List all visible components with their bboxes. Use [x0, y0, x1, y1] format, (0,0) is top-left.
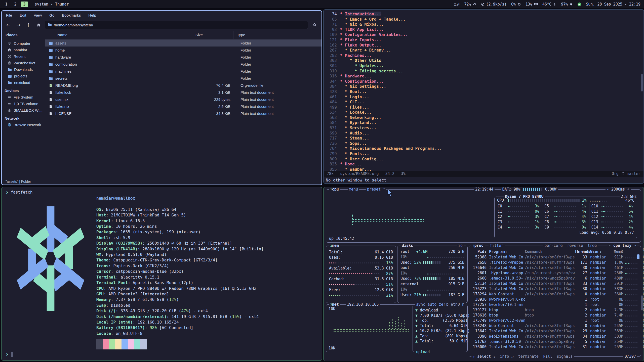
- file-row-flake-lock[interactable]: flake.lock3,1 KiBPlain text document: [45, 89, 321, 96]
- cpu-box-title[interactable]: 1cpu: [329, 187, 340, 192]
- file-row-machines[interactable]: machinesFolder: [45, 68, 321, 75]
- proc-row-2658[interactable]: 2658.firefox-wrappe/nix/store/sm8fmrf3wp…: [472, 260, 638, 265]
- sidebar-item-file-system[interactable]: File System: [2, 94, 45, 100]
- proc-row-176646[interactable]: 176646Isolated Web Co/nix/store/sm8fmrf3…: [472, 265, 638, 270]
- org-heading-line[interactable]: 698 * Audio...: [324, 131, 643, 136]
- menu-go[interactable]: Go: [49, 13, 54, 17]
- sidebar-item-smallbox-wi-[interactable]: SMALLBOX Wi...: [2, 107, 45, 113]
- proc-row-2601[interactable]: 2601.Hyprland-wrapp/run/current-system/s…: [472, 270, 638, 276]
- proc-row-52134[interactable]: 52134Isolated Web Co/nix/store/sm8fmrf3w…: [472, 281, 638, 286]
- org-heading-line[interactable]: 303 * Other Utils: [324, 58, 643, 63]
- proc-sort-mode[interactable]: ← cpu lazy →: [608, 243, 637, 248]
- org-heading-line[interactable]: 563 * Networking...: [324, 115, 643, 120]
- net-box-title[interactable]: 3net: [329, 302, 340, 307]
- menu-view[interactable]: View: [34, 13, 42, 17]
- sidebar-item-browse-network[interactable]: Browse Network: [2, 121, 45, 128]
- org-heading-line[interactable]: 671 * Services...: [324, 125, 643, 131]
- workspace-button-2[interactable]: 2: [12, 2, 19, 7]
- org-heading-line[interactable]: 825* Home...: [324, 162, 643, 167]
- menu-file[interactable]: File: [6, 13, 12, 17]
- org-heading-line[interactable]: 384 * Nix Settings...: [324, 84, 643, 89]
- sidebar-item-projects[interactable]: projects: [2, 73, 45, 79]
- column-name[interactable]: Name: [49, 31, 192, 39]
- preset-button[interactable]: preset *: [366, 187, 386, 192]
- io-mode-button[interactable]: io: [457, 243, 464, 248]
- sidebar-item-wastebasket[interactable]: Wastebasket: [2, 60, 45, 66]
- proc-row-2660[interactable]: 2660.emacs-31.0.50-/nix/store/wnqz5pa8ra…: [472, 276, 638, 281]
- forward-button[interactable]: →: [15, 21, 22, 29]
- file-row-readme-org[interactable]: README.org76,4 KiBOrg-mode file: [45, 82, 321, 89]
- file-row-assets[interactable]: assetsFolder: [45, 39, 321, 47]
- org-heading-line[interactable]: 34* Introduction...: [324, 12, 643, 17]
- column-size[interactable]: Size: [192, 31, 233, 39]
- sidebar-item-recent[interactable]: Recent: [2, 53, 45, 60]
- org-heading-line[interactable]: 162* Flake Output...: [324, 43, 643, 48]
- net-sync-button[interactable]: sync: [416, 302, 425, 307]
- org-heading-line[interactable]: 65 * Emacs + Org + Tangle...: [324, 17, 643, 22]
- search-button[interactable]: [310, 21, 319, 29]
- home-button[interactable]: [35, 21, 42, 29]
- org-heading-line[interactable]: 717 * Steam...: [324, 136, 643, 141]
- org-heading-line[interactable]: 499 * Files...: [324, 105, 643, 110]
- proc-box-title[interactable]: 4proc: [471, 243, 485, 248]
- proc-options[interactable]: per-core reverse tree: [543, 243, 598, 248]
- net-iface[interactable]: b eth0 n: [446, 302, 464, 307]
- org-heading-line[interactable]: 282* Machines...: [324, 53, 643, 58]
- back-button[interactable]: ←: [5, 21, 12, 29]
- proc-filter-button[interactable]: filter: [489, 243, 505, 248]
- sidebar-item-nambiar[interactable]: nambiar: [2, 47, 45, 53]
- emacs-scroll-indicator[interactable]: [641, 74, 643, 92]
- emacs-buffer[interactable]: 34* Introduction...65 * Emacs + Org + Ta…: [324, 10, 643, 171]
- file-row-configuration[interactable]: configurationFolder: [45, 61, 321, 68]
- file-row-home[interactable]: homeFolder: [45, 47, 321, 54]
- disks-box-title[interactable]: disks: [400, 243, 414, 248]
- org-heading-line[interactable]: 584 * Hyprland...: [324, 120, 643, 125]
- org-heading-line[interactable]: 855 * Waubar...: [324, 167, 643, 171]
- proc-row-3390[interactable]: 3390WebExtensions/nix/store/sm8fmrf3wps4…: [472, 334, 638, 339]
- net-auto-button[interactable]: auto: [427, 302, 436, 307]
- sidebar-item-1-0-tb-volume[interactable]: 1,0 TB Volume: [2, 100, 45, 107]
- mem-box-title[interactable]: 2mem: [329, 243, 340, 248]
- org-heading-line[interactable]: 93* TLDR App List...: [324, 27, 643, 32]
- file-row-license[interactable]: LICENSE34,3 KiBPlain text document: [45, 110, 321, 117]
- proc-row-52368[interactable]: 52368Isolated Web Co/nix/store/sm8fmrf3w…: [472, 254, 638, 260]
- menu-button[interactable]: menu: [348, 187, 359, 192]
- proc-row-176000[interactable]: 176000Isolated Web Co/nix/store/sm8fmrf3…: [472, 344, 638, 349]
- file-row-secrets[interactable]: secretsFolder: [45, 75, 321, 82]
- path-bar[interactable]: /home/nambiar/system/: [45, 21, 308, 29]
- proc-header[interactable]: Pid:Program:Command:Threads:User:MemBCpu…: [472, 249, 638, 254]
- file-row-hardware[interactable]: hardwareFolder: [45, 54, 321, 61]
- btop-scroll-indicator[interactable]: [641, 295, 643, 310]
- proc-row-176223[interactable]: 176223Isolated Web Co/nix/store/sm8fmrf3…: [472, 286, 638, 291]
- org-heading-line[interactable]: 764 * Miscellaneous Packages and Program…: [324, 146, 643, 151]
- proc-row-175749[interactable]: 175749kworker/6:2-even1root0B0.0: [472, 318, 638, 323]
- terminal-prompt[interactable]: ❯: [6, 352, 13, 357]
- menu-help[interactable]: Help: [88, 13, 96, 17]
- org-heading-line[interactable]: 799 * Fonts...: [324, 151, 643, 157]
- file-row-flake-nix[interactable]: flake.nix2,5 KiBPlain text document: [45, 103, 321, 110]
- proc-row-179127[interactable]: 179127btopbtop2nambiar7.3M0.0: [472, 307, 638, 312]
- sidebar-item-downloads[interactable]: Downloads: [2, 66, 45, 73]
- org-heading-line[interactable]: 484 * CLI...: [324, 100, 643, 105]
- proc-row-51762[interactable]: 51762.emacs-31.0.50-/nix/store/wnqz5pa8r…: [472, 339, 638, 344]
- org-heading-line[interactable]: 461 * Login...: [324, 95, 643, 100]
- proc-row-177257[interactable]: 177257kworker/10:1-mm_1root0B0.0: [472, 302, 638, 307]
- column-type[interactable]: Type: [233, 31, 321, 39]
- org-heading-line[interactable]: 736 * Sops...: [324, 141, 643, 146]
- org-heading-line[interactable]: 428 * Boot...: [324, 89, 643, 95]
- proc-row-13642[interactable]: 13642Isolated Web Co/nix/store/sm8fmrf3w…: [472, 328, 638, 334]
- proc-scrollbar-thumb[interactable]: [637, 254, 639, 259]
- org-heading-line[interactable]: 316* Hardware...: [324, 74, 643, 79]
- proc-row-178248[interactable]: 178248Web Content/nix/store/sm8fmrf3wps4…: [472, 323, 638, 328]
- org-heading-line[interactable]: 304 * Updates...: [324, 63, 643, 69]
- proc-row-178294[interactable]: 178294Web Content/nix/store/sm8fmrf3wps4…: [472, 291, 638, 297]
- proc-row-38936[interactable]: 38936kworker/u64:6-kc1root0B0.0: [472, 297, 638, 302]
- org-heading-line[interactable]: 534 * Locale...: [324, 110, 643, 115]
- update-interval[interactable]: - 2000ms +: [606, 187, 631, 192]
- workspace-button-1[interactable]: 1: [3, 2, 10, 7]
- org-heading-line[interactable]: 71 * Nix & Nixos...: [324, 22, 643, 27]
- org-heading-line[interactable]: 267 * Envrc + Direnv...: [324, 48, 643, 53]
- org-heading-line[interactable]: 809 * User Config...: [324, 157, 643, 162]
- workspace-button-3[interactable]: 3: [21, 2, 28, 7]
- org-heading-line[interactable]: 344* Configuration...: [324, 79, 643, 84]
